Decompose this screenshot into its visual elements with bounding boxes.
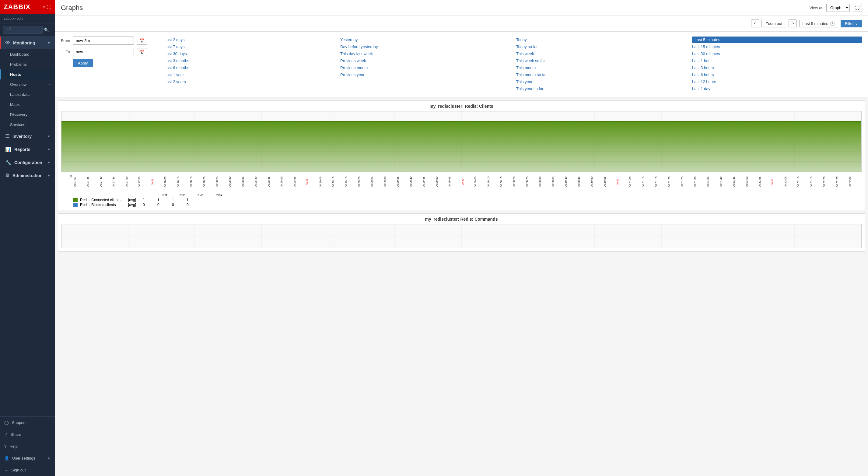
x-label: 00:31:45 — [732, 172, 745, 192]
legend-min-2: 0 — [157, 203, 169, 207]
logo-icons: « ⛶ — [42, 5, 51, 9]
graph2-area: 1.2 1.0 — [61, 224, 862, 248]
sidebar-item-support[interactable]: ◯ Support — [0, 417, 55, 429]
sidebar-item-dashboard[interactable]: Dashboard — [0, 49, 55, 59]
sidebar-item-help[interactable]: ? Help — [0, 440, 55, 452]
x-label: 00:31:05 — [629, 172, 642, 192]
prev-button[interactable]: < — [751, 20, 759, 27]
quick-link-item[interactable]: Last 6 hours — [692, 71, 862, 78]
nav-monitoring: 👁 Monitoring ▼ Dashboard Problems Hosts … — [0, 36, 55, 130]
sidebar-item-overview[interactable]: Overview > — [0, 80, 55, 90]
quick-link-item[interactable]: Day before yesterday — [340, 43, 510, 50]
next-button[interactable]: > — [788, 20, 797, 27]
x-label: 00:29:55 — [448, 172, 461, 192]
legend-name-2: Redis: Blocked clients — [80, 203, 126, 207]
quick-link-item[interactable]: Last 2 years — [164, 78, 334, 85]
quick-link-item[interactable]: Last 3 hours — [692, 65, 862, 71]
x-label: 00:29:50 — [435, 172, 448, 192]
sidebar-item-user-settings[interactable]: 👤 User settings ▼ — [0, 452, 55, 464]
quick-link-item[interactable]: Today so far — [516, 43, 686, 50]
reports-icon: 📊 — [5, 147, 11, 152]
sidebar-item-maps[interactable]: Maps — [0, 99, 55, 109]
quick-link-item[interactable]: Last 3 months — [164, 58, 334, 64]
quick-link-item[interactable]: Previous week — [340, 58, 510, 64]
quick-link-item[interactable]: This month so far — [516, 71, 686, 78]
collapse-icon[interactable]: « — [42, 5, 45, 9]
x-label: 00:27:45 — [112, 172, 125, 192]
x-label: 00:28:35 — [241, 172, 254, 192]
quick-link-item[interactable]: Yesterday — [340, 36, 510, 43]
quick-link-item[interactable]: This year — [516, 78, 686, 85]
quick-link-item[interactable]: This day last week — [340, 51, 510, 57]
zoom-out-button[interactable]: Zoom out — [762, 20, 786, 27]
quick-link-item[interactable]: Last 7 days — [164, 43, 334, 50]
quick-link-item[interactable]: Last 6 months — [164, 65, 334, 71]
x-label: 00:30:45 — [577, 172, 590, 192]
legend-color-1 — [73, 198, 78, 202]
apply-button[interactable]: Apply — [73, 59, 93, 67]
nav-monitoring-header[interactable]: 👁 Monitoring ▼ — [0, 36, 55, 49]
user-settings-icon: 👤 — [4, 456, 9, 461]
nav-reports-header[interactable]: 📊 Reports ▼ — [0, 143, 55, 156]
quick-link-item[interactable]: Previous month — [340, 65, 510, 71]
nav-configuration: 🔧 Configuration ▼ — [0, 156, 55, 169]
configuration-icon: 🔧 — [5, 159, 11, 165]
quick-link-item[interactable]: This year so far — [516, 86, 686, 92]
view-as-select[interactable]: Graph Values — [826, 4, 850, 12]
quick-link-item[interactable]: This week so far — [516, 58, 686, 64]
quick-link-item[interactable]: Last 30 days — [164, 51, 334, 57]
x-label: 00:31:10 — [642, 172, 655, 192]
from-input[interactable] — [73, 36, 134, 45]
graph2-container: my_rediscluster: Redis: Commands 1.2 1.0 — [58, 213, 865, 252]
quick-link-item[interactable]: Last 1 day — [692, 86, 862, 92]
graph1-plot — [61, 111, 862, 172]
quick-link-item[interactable]: Last 1 year — [164, 71, 334, 78]
quick-links-col-2: YesterdayDay before yesterdayThis day la… — [340, 36, 510, 92]
quick-link-item[interactable]: Previous year — [340, 71, 510, 78]
legend-max-2: 0 — [187, 203, 199, 207]
quick-link-item[interactable]: This month — [516, 65, 686, 71]
quick-link-item[interactable]: Last 30 minutes — [692, 51, 862, 57]
time-display-text: Last 5 minutes — [803, 21, 829, 26]
reports-arrow: ▼ — [47, 148, 51, 151]
nav-configuration-header[interactable]: 🔧 Configuration ▼ — [0, 156, 55, 169]
fullscreen-button[interactable]: ⛶ — [853, 4, 862, 12]
quick-link-item[interactable]: Last 5 minutes — [692, 36, 862, 43]
monitoring-icon: 👁 — [5, 40, 10, 46]
quick-link-item[interactable]: This week — [516, 51, 686, 57]
x-label: 00:31 — [616, 172, 629, 192]
sidebar-item-services[interactable]: Services — [0, 120, 55, 130]
nav-inventory-header[interactable]: ☰ Inventory ▼ — [0, 130, 55, 143]
sidebar-item-hosts[interactable]: Hosts — [0, 69, 55, 80]
quick-link-item[interactable]: Last 2 days — [164, 36, 334, 43]
x-label: 00:28:10 — [177, 172, 190, 192]
from-calendar-button[interactable]: 📅 — [137, 37, 147, 45]
inventory-arrow: ▼ — [47, 134, 51, 138]
sidebar-item-sign-out[interactable]: → Sign out — [0, 464, 55, 476]
quick-link-item[interactable]: Last 1 hour — [692, 58, 862, 64]
x-labels-row: 00:27:2700:27:3500:27:4000:27:4500:27:50… — [73, 172, 862, 192]
sidebar-item-share[interactable]: ↗ Share — [0, 429, 55, 440]
search-button[interactable]: 🔍 — [44, 27, 49, 32]
x-label: 00:30 — [461, 172, 474, 192]
filter-button[interactable]: Filter ▿ — [841, 20, 862, 27]
discovery-label: Discovery — [10, 112, 27, 117]
sidebar-item-discovery[interactable]: Discovery — [0, 109, 55, 120]
quick-link-item[interactable]: Today — [516, 36, 686, 43]
nav-administration-header[interactable]: ⚙ Administration ▼ — [0, 169, 55, 182]
quick-link-item[interactable]: Last 15 minutes — [692, 43, 862, 50]
help-icon: ? — [4, 444, 6, 449]
x-label: 00:29 — [306, 172, 319, 192]
content-area: my_rediscluster: Redis: Clients 1.2 1.0 … — [55, 97, 868, 476]
to-input[interactable] — [73, 48, 134, 56]
hosts-label: Hosts — [10, 72, 21, 77]
sidebar-item-problems[interactable]: Problems — [0, 59, 55, 69]
x-label: 00:32:15 — [810, 172, 823, 192]
fullscreen-icon[interactable]: ⛶ — [47, 5, 51, 9]
x-label: 00:28:05 — [164, 172, 177, 192]
x-label: 00:27:40 — [99, 172, 112, 192]
x-label: 00:30:40 — [564, 172, 577, 192]
sidebar-item-latest-data[interactable]: Latest data — [0, 90, 55, 99]
quick-link-item[interactable]: Last 12 hours — [692, 78, 862, 85]
to-calendar-button[interactable]: 📅 — [137, 48, 147, 56]
